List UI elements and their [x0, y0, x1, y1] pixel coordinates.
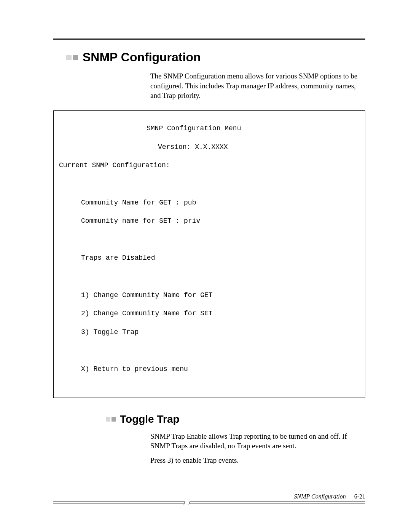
- menu-option-3: 3) Toggle Trap: [81, 328, 360, 337]
- page: SNMP Configuration The SNMP Configuratio…: [0, 0, 411, 532]
- menu-title: SMNP Configuration Menu: [147, 124, 360, 133]
- menu-option-1: 1) Change Community Name for GET: [81, 291, 360, 300]
- heading-1-row: SNMP Configuration: [66, 50, 365, 64]
- heading-2: Toggle Trap: [120, 413, 180, 425]
- heading-bullet-icon: [106, 417, 116, 422]
- heading-2-row: Toggle Trap: [106, 413, 365, 425]
- community-set: Community name for SET : priv: [81, 216, 360, 225]
- top-rule: [53, 38, 365, 40]
- page-footer: SNMP Configuration 6-21: [53, 493, 365, 505]
- heading-bullet-icon: [66, 55, 78, 60]
- menu-version: Version: X.X.XXXX: [158, 142, 360, 152]
- footer-section-label: SNMP Configuration: [294, 493, 346, 500]
- footer-rule: [53, 502, 365, 505]
- intro-paragraph: The SNMP Configuration menu allows for v…: [150, 71, 362, 101]
- community-get: Community Name for GET : pub: [81, 198, 360, 207]
- menu-option-2: 2) Change Community Name for SET: [81, 309, 360, 318]
- current-config-label: Current SNMP Configuration:: [59, 161, 360, 170]
- heading-1: SNMP Configuration: [83, 50, 201, 64]
- footer-page-number: 6-21: [354, 493, 365, 500]
- terminal-box: SMNP Configuration Menu Version: X.X.XXX…: [53, 110, 365, 398]
- footer-text: SNMP Configuration 6-21: [53, 493, 365, 500]
- toggle-trap-p2: Press 3) to enable Trap events.: [150, 455, 362, 465]
- toggle-trap-p1: SNMP Trap Enable allows Trap reporting t…: [150, 431, 362, 451]
- menu-option-x: X) Return to previous menu: [81, 364, 360, 374]
- traps-status: Traps are Disabled: [81, 253, 360, 262]
